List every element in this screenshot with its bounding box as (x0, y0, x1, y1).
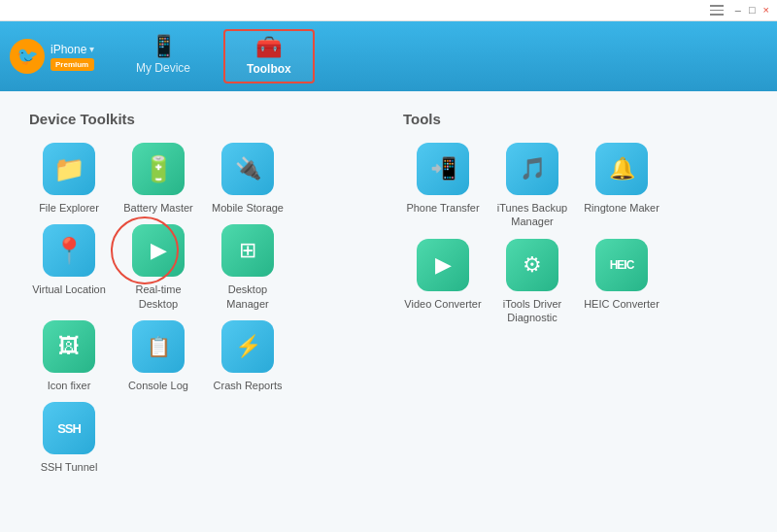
file-explorer-label: File Explorer (39, 201, 99, 215)
desktop-manager-icon: ⊞ (221, 224, 274, 277)
premium-badge: Premium (51, 58, 94, 71)
video-converter-label: Video Converter (404, 297, 481, 311)
toolbox-icon: 🧰 (255, 37, 282, 58)
close-button[interactable]: × (763, 5, 769, 16)
itools-driver-icon: ⚙ (506, 239, 558, 291)
tool-crash-reports[interactable]: ⚡ Crash Reports (208, 320, 287, 392)
title-bar-controls: – □ × (710, 5, 769, 16)
video-converter-icon: ▶ (417, 239, 469, 291)
itunes-backup-icon: 🎵 (506, 143, 558, 195)
phone-transfer-label: Phone Transfer (406, 201, 479, 215)
tool-console-log[interactable]: 📋 Console Log (118, 320, 198, 392)
tool-desktop-manager[interactable]: ⊞ Desktop Manager (208, 224, 287, 311)
icon-fixer-icon: 🖼 (43, 320, 95, 373)
device-toolkits-grid: 📁 File Explorer 🔋 Battery Master 🔌 Mobil… (29, 143, 374, 474)
ringtone-maker-label: Ringtone Maker (584, 201, 659, 215)
tool-heic-converter[interactable]: HEIC HEIC Converter (582, 239, 661, 325)
logo-text: iPhone ▾ Premium (51, 43, 94, 71)
main-content: Device Toolkits 📁 File Explorer 🔋 Batter… (0, 91, 777, 532)
ssh-tunnel-icon: SSH (43, 402, 95, 454)
tool-ssh-tunnel[interactable]: SSH SSH Tunnel (29, 402, 109, 474)
tool-ringtone-maker[interactable]: 🔔 Ringtone Maker (582, 143, 661, 229)
heic-converter-label: HEIC Converter (584, 297, 659, 311)
console-log-label: Console Log (128, 379, 188, 392)
minimize-button[interactable]: – (735, 5, 741, 16)
tool-itools-driver[interactable]: ⚙ iTools Driver Diagnostic (492, 239, 572, 325)
tool-virtual-location[interactable]: 📍 Virtual Location (29, 224, 109, 311)
device-toolkits-title: Device Toolkits (29, 111, 374, 127)
maximize-button[interactable]: □ (749, 5, 756, 16)
tool-battery-master[interactable]: 🔋 Battery Master (118, 143, 198, 215)
tab-toolbox[interactable]: 🧰 Toolbox (223, 29, 315, 83)
icon-fixer-label: Icon fixer (48, 379, 91, 392)
title-bar: – □ × (0, 0, 777, 21)
ssh-tunnel-label: SSH Tunnel (41, 460, 98, 474)
tool-realtime-desktop[interactable]: ▶ Real-time Desktop (118, 224, 198, 311)
tab-toolbox-label: Toolbox (247, 62, 291, 76)
virtual-location-label: Virtual Location (32, 283, 106, 296)
tool-mobile-storage[interactable]: 🔌 Mobile Storage (208, 143, 287, 215)
content-columns: Device Toolkits 📁 File Explorer 🔋 Batter… (29, 111, 748, 493)
tab-my-device-label: My Device (136, 61, 190, 75)
nav-bar: 🐦 iPhone ▾ Premium 📱 My Device 🧰 Toolbox (0, 21, 777, 91)
logo-icon: 🐦 (10, 39, 45, 74)
menu-icon[interactable] (710, 5, 724, 16)
tool-phone-transfer[interactable]: 📲 Phone Transfer (403, 143, 483, 229)
mobile-storage-icon: 🔌 (221, 143, 274, 195)
heic-converter-icon: HEIC (595, 239, 648, 291)
virtual-location-icon: 📍 (43, 224, 95, 277)
itunes-backup-label: iTunes Backup Manager (492, 201, 572, 229)
realtime-desktop-icon: ▶ (132, 224, 185, 277)
crash-reports-icon: ⚡ (221, 320, 274, 373)
device-toolkits-section: Device Toolkits 📁 File Explorer 🔋 Batter… (29, 111, 374, 493)
tool-itunes-backup[interactable]: 🎵 iTunes Backup Manager (492, 143, 572, 229)
battery-master-label: Battery Master (123, 201, 193, 215)
mobile-storage-label: Mobile Storage (212, 201, 284, 215)
tool-file-explorer[interactable]: 📁 File Explorer (29, 143, 109, 215)
file-explorer-icon: 📁 (43, 143, 95, 195)
desktop-manager-label: Desktop Manager (208, 283, 287, 311)
console-log-icon: 📋 (132, 320, 185, 373)
itools-driver-label: iTools Driver Diagnostic (492, 297, 572, 325)
tool-icon-fixer[interactable]: 🖼 Icon fixer (29, 320, 109, 392)
tool-video-converter[interactable]: ▶ Video Converter (403, 239, 483, 325)
device-name[interactable]: iPhone ▾ (51, 43, 94, 56)
tools-title: Tools (403, 111, 748, 127)
phone-transfer-icon: 📲 (417, 143, 469, 195)
realtime-desktop-label: Real-time Desktop (118, 283, 198, 311)
ringtone-maker-icon: 🔔 (595, 143, 648, 195)
tools-section: Tools 📲 Phone Transfer 🎵 iTunes Backup M… (403, 111, 748, 493)
app-logo: 🐦 iPhone ▾ Premium (0, 21, 107, 91)
tools-grid: 📲 Phone Transfer 🎵 iTunes Backup Manager… (403, 143, 748, 324)
tab-my-device[interactable]: 📱 My Device (107, 21, 220, 91)
crash-reports-label: Crash Reports (214, 379, 283, 392)
battery-master-icon: 🔋 (132, 143, 185, 195)
nav-tabs: 📱 My Device 🧰 Toolbox (107, 21, 777, 91)
my-device-icon: 📱 (151, 36, 177, 57)
